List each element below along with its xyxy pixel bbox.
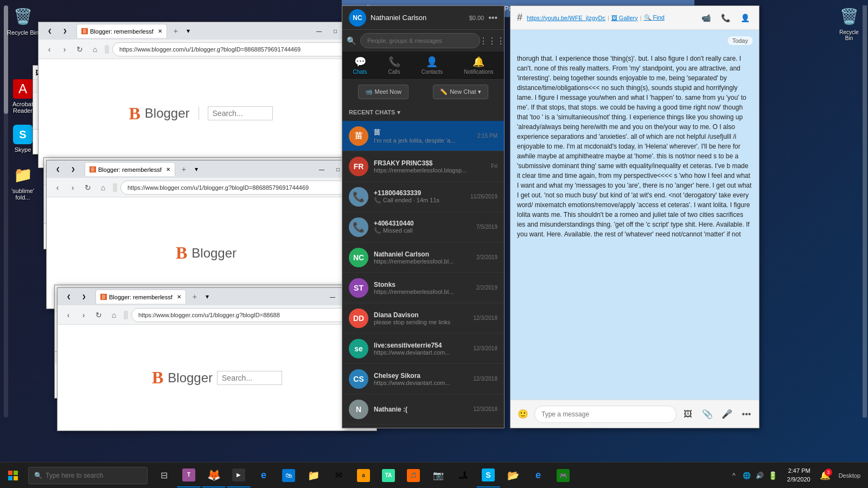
- browser3-forward-tab[interactable]: ❯: [77, 291, 91, 302]
- chat-link-gallery[interactable]: 🖼 Gallery: [611, 15, 638, 21]
- browser2-back-tab[interactable]: ❮: [51, 164, 65, 175]
- tray-up-arrow[interactable]: ^: [729, 470, 739, 481]
- taskbar-app-ie2[interactable]: e: [526, 464, 550, 487]
- browser3-tab-list-btn[interactable]: ▾: [206, 293, 209, 300]
- taskbar-app-media[interactable]: 🎵: [401, 464, 425, 487]
- browser1-tab-list-btn[interactable]: ▾: [187, 27, 190, 35]
- browser3-refresh-btn[interactable]: ↻: [92, 309, 105, 322]
- chat-scrollbar[interactable]: [863, 5, 867, 418]
- browser3-back-btn[interactable]: ‹: [62, 309, 75, 322]
- chat-audio-btn[interactable]: 🎤: [719, 406, 735, 422]
- skype-chat-item-5[interactable]: ST Stonks https://rememeberlessfool.bl..…: [342, 273, 504, 303]
- browser3-back-tab[interactable]: ❮: [62, 291, 76, 302]
- taskbar-app-explorer2[interactable]: 📂: [501, 464, 525, 487]
- chat-messages-area[interactable]: Today thorugh that. I experience those '…: [510, 30, 759, 400]
- skype-chat-item-2[interactable]: 📞 +118004633339 📞 Call ended · 14m 11s 1…: [342, 182, 504, 212]
- browser3-forward-btn[interactable]: ›: [77, 309, 90, 322]
- skype-meet-now-btn[interactable]: 📹 Meet Now: [358, 85, 409, 99]
- taskbar-time-display[interactable]: 2:47 PM 2/9/2020: [783, 467, 815, 484]
- notification-badge-container[interactable]: 🔔 3: [817, 467, 833, 484]
- desktop-icon-sublime[interactable]: 📁 'sublime'fold...: [5, 164, 40, 201]
- blogger-search-input[interactable]: [208, 106, 273, 120]
- browser2-back-btn[interactable]: ‹: [51, 181, 64, 194]
- chat-file-btn[interactable]: 📎: [699, 406, 716, 422]
- browser1-new-tab-btn[interactable]: +: [169, 24, 182, 37]
- skype-nav-chats[interactable]: 💬 Chats: [348, 54, 371, 77]
- browser3-address-bar[interactable]: [131, 308, 372, 322]
- skype-user-avatar[interactable]: NC: [349, 9, 366, 27]
- skype-chat-item-0[interactable]: 苗 苗 I'm not a jerk lolita, despite 'a...…: [342, 121, 504, 151]
- skype-new-chat-btn[interactable]: ✏️ New Chat ▾: [433, 85, 488, 99]
- tray-battery-icon[interactable]: 🔋: [768, 470, 778, 481]
- skype-chat-item-6[interactable]: DD Diana Davison please stop sending me …: [342, 303, 504, 333]
- skype-more-btn[interactable]: •••: [488, 13, 497, 23]
- taskbar-app-ie[interactable]: e: [252, 464, 276, 487]
- taskbar-app-tor[interactable]: T: [177, 464, 201, 487]
- chat-image-btn[interactable]: 🖼: [680, 406, 696, 422]
- start-button[interactable]: [0, 463, 26, 489]
- browser1-forward-btn[interactable]: ›: [58, 43, 71, 56]
- chat-link-find[interactable]: 🔍 Find: [644, 14, 665, 21]
- browser1-home-btn[interactable]: ⌂: [88, 43, 101, 56]
- desktop-icon-recycle-bin-2[interactable]: 🗑️ RecycleBin: [835, 5, 863, 41]
- tray-volume-icon[interactable]: 🔊: [755, 470, 765, 481]
- blogger3-search-input[interactable]: [217, 371, 282, 385]
- taskbar-desktop-label[interactable]: Desktop: [835, 472, 864, 479]
- taskbar-app-video[interactable]: ▶: [227, 464, 251, 487]
- chat-link-youtube[interactable]: https://youtu.be/WFE_jIzgyDc: [527, 15, 605, 21]
- chat-profile-btn[interactable]: 👤: [737, 10, 752, 25]
- browser2-tab[interactable]: 🅱 Blogger: rememberlessf ✕: [85, 162, 175, 176]
- browser3-home-btn[interactable]: ⌂: [107, 309, 120, 322]
- tray-network-icon[interactable]: 🌐: [742, 470, 752, 481]
- chat-emoji-btn[interactable]: 🙂: [515, 406, 531, 422]
- browser2-new-tab-btn[interactable]: +: [177, 163, 190, 176]
- browser2-forward-tab[interactable]: ❯: [66, 164, 80, 175]
- skype-nav-calls[interactable]: 📞 Calls: [384, 54, 405, 77]
- browser3-tab[interactable]: 🅱 Blogger: rememberlessf ✕: [95, 290, 186, 304]
- taskbar-app-explorer[interactable]: 📁: [302, 464, 326, 487]
- skype-chat-item-3[interactable]: 📞 +4064310440 📞 Missed call 7/5/2019: [342, 212, 504, 242]
- desktop-icon-recycle-bin[interactable]: 🗑️ Recycle Bin: [5, 5, 40, 36]
- skype-search-input[interactable]: [360, 33, 480, 48]
- browser1-refresh-btn[interactable]: ↻: [73, 43, 86, 56]
- taskbar-app-firefox[interactable]: 🦊: [202, 464, 226, 487]
- chat-video-call-btn[interactable]: 📹: [698, 10, 713, 25]
- taskbar-task-view-btn[interactable]: ⊟: [152, 464, 176, 487]
- browser2-tab-close[interactable]: ✕: [166, 166, 170, 172]
- browser2-refresh-btn[interactable]: ↻: [81, 181, 94, 194]
- skype-chat-item-1[interactable]: FR FR3AKY PRINC3$$ https://rememeberless…: [342, 151, 504, 182]
- taskbar-app-mail[interactable]: ✉: [327, 464, 350, 487]
- taskbar-search[interactable]: 🔍: [28, 467, 148, 484]
- browser1-address-bar[interactable]: [112, 42, 359, 56]
- browser1-minimize[interactable]: —: [312, 25, 326, 36]
- browser3-new-tab-btn[interactable]: +: [188, 290, 201, 303]
- browser1-forward-tab[interactable]: ❯: [58, 25, 72, 36]
- browser1-back-tab[interactable]: ❮: [43, 25, 57, 36]
- taskbar-app-skype[interactable]: S: [476, 464, 500, 487]
- taskbar-app-photos[interactable]: 🏞: [451, 464, 475, 487]
- browser2-tab-list-btn[interactable]: ▾: [195, 165, 198, 173]
- taskbar-search-input[interactable]: [46, 472, 132, 479]
- browser2-address-bar[interactable]: [120, 181, 361, 195]
- browser1-maximize[interactable]: □: [328, 25, 342, 36]
- browser3-minimize[interactable]: —: [326, 291, 340, 302]
- skype-chat-list[interactable]: 苗 苗 I'm not a jerk lolita, despite 'a...…: [342, 121, 504, 428]
- browser3-tab-close[interactable]: ✕: [177, 294, 181, 300]
- chat-message-input[interactable]: [534, 406, 676, 423]
- browser2-minimize[interactable]: —: [315, 164, 329, 175]
- browser1-tab[interactable]: 🅱 Blogger: rememberlessf ✕: [76, 24, 167, 38]
- skype-nav-contacts[interactable]: 👤 Contacts: [417, 54, 447, 77]
- browser1-tab-close[interactable]: ✕: [158, 28, 162, 34]
- browser2-forward-btn[interactable]: ›: [66, 181, 79, 194]
- skype-compose-btn[interactable]: ⋮⋮⋮: [484, 33, 500, 48]
- taskbar-app-store[interactable]: 🛍: [277, 464, 301, 487]
- skype-nav-notifications[interactable]: 🔔 Notifications: [459, 54, 497, 77]
- browser1-back-btn[interactable]: ‹: [43, 43, 56, 56]
- scrollbar-thumb[interactable]: [4, 5, 8, 114]
- skype-chat-item-4[interactable]: NC Nathaniel Carlson https://rememeberle…: [342, 242, 504, 273]
- taskbar-app-camera[interactable]: 📷: [426, 464, 450, 487]
- taskbar-app-tripadvisor[interactable]: TA: [376, 464, 400, 487]
- chat-audio-call-btn[interactable]: 📞: [718, 10, 733, 25]
- browser2-home-btn[interactable]: ⌂: [97, 181, 110, 194]
- taskbar-app-games[interactable]: 🎮: [551, 464, 575, 487]
